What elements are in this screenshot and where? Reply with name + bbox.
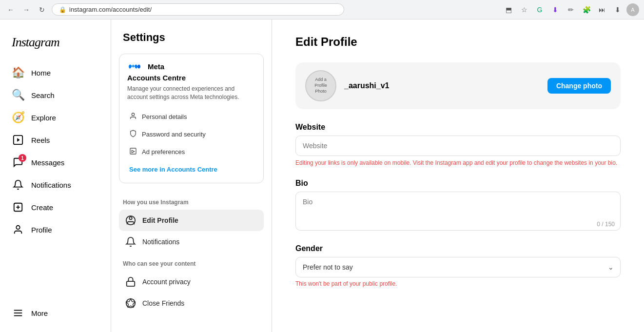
sidebar: Instagram 🏠 Home 🔍 Search 🧭 Explore Reel…	[0, 20, 111, 332]
website-section: Website Editing your links is only avail…	[295, 123, 621, 167]
svg-point-12	[129, 216, 132, 219]
sidebar-item-reels[interactable]: Reels	[6, 129, 105, 151]
browser-actions: ⬒ ☆ G ⬇ ✏ 🧩 ⏭ ⬇ A	[502, 3, 639, 17]
see-more-link[interactable]: See more in Accounts Centre	[127, 164, 255, 175]
instagram-logo: Instagram	[6, 27, 105, 61]
change-photo-button[interactable]: Change photo	[547, 78, 611, 94]
svg-point-5	[16, 226, 20, 229]
main-content: Edit Profile Add a Profile Photo _aarush…	[272, 20, 644, 332]
sidebar-label-messages: Messages	[31, 158, 64, 167]
bio-wrapper: 0 / 150	[295, 192, 621, 233]
meta-logo-icon	[127, 62, 145, 71]
bio-label: Bio	[295, 179, 621, 188]
app-layout: Instagram 🏠 Home 🔍 Search 🧭 Explore Reel…	[0, 20, 644, 332]
sidebar-item-messages[interactable]: Messages 1	[6, 151, 105, 174]
svg-rect-13	[127, 281, 135, 286]
sidebar-item-more[interactable]: More	[6, 302, 105, 324]
settings-nav-notifications[interactable]: Notifications	[119, 231, 264, 253]
gender-section: Gender Prefer not to say Male Female Cus…	[295, 244, 621, 287]
accounts-centre-link-ads[interactable]: Ad preferences	[127, 143, 255, 161]
page-title: Edit Profile	[295, 35, 621, 49]
password-security-icon	[129, 130, 137, 139]
home-icon: 🏠	[12, 66, 24, 79]
svg-point-9	[132, 113, 134, 116]
browser-chrome: ← → ↻ 🔒 instagram.com/accounts/edit/ ⬒ ☆…	[0, 0, 644, 20]
settings-nav-account-privacy[interactable]: Account privacy	[119, 271, 264, 293]
website-hint: Editing your links is only available on …	[295, 159, 621, 167]
how-you-use-section: How you use Instagram	[119, 195, 264, 210]
extension-purple[interactable]: ⬇	[548, 3, 562, 17]
sidebar-item-home[interactable]: 🏠 Home	[6, 61, 105, 84]
url-text: instagram.com/accounts/edit/	[69, 6, 152, 13]
sidebar-item-search[interactable]: 🔍 Search	[6, 84, 105, 106]
sidebar-label-create: Create	[31, 203, 53, 212]
sidebar-label-more: More	[31, 309, 48, 317]
bookmark-button[interactable]: ☆	[517, 3, 531, 17]
sidebar-item-notifications[interactable]: Notifications	[6, 174, 105, 196]
reels-icon	[12, 134, 24, 146]
personal-details-label: Personal details	[142, 113, 187, 120]
sidebar-item-profile[interactable]: Profile	[6, 218, 105, 241]
search-icon: 🔍	[12, 89, 24, 101]
settings-nav-edit-profile[interactable]: Edit Profile	[119, 210, 264, 231]
gender-hint: This won't be part of your public profil…	[295, 280, 621, 287]
sidebar-label-explore: Explore	[31, 114, 56, 122]
website-label: Website	[295, 123, 621, 132]
user-avatar[interactable]: A	[626, 3, 639, 16]
media-controls[interactable]: ⏭	[595, 3, 609, 17]
edit-profile-icon	[125, 215, 137, 226]
add-photo-text: Add a Profile Photo	[314, 77, 327, 94]
extension-pen[interactable]: ✏	[564, 3, 578, 17]
accounts-centre-title: Accounts Centre	[127, 74, 255, 82]
svg-marker-1	[17, 138, 20, 141]
sidebar-label-search: Search	[31, 91, 55, 99]
profile-icon	[12, 223, 24, 236]
bio-textarea[interactable]	[295, 192, 621, 231]
create-icon	[12, 201, 24, 214]
account-privacy-icon	[125, 276, 137, 288]
gender-select[interactable]: Prefer not to say Male Female Custom	[295, 257, 621, 277]
notifications-settings-icon	[125, 236, 137, 248]
sidebar-item-create[interactable]: Create	[6, 196, 105, 218]
lock-icon: 🔒	[59, 6, 66, 13]
forward-button[interactable]: →	[20, 4, 32, 16]
settings-title: Settings	[119, 31, 264, 44]
gender-select-wrapper: Prefer not to say Male Female Custom ⌄	[295, 257, 621, 277]
sidebar-label-profile: Profile	[31, 226, 52, 234]
meta-logo-text: Meta	[148, 62, 164, 71]
ad-preferences-label: Ad preferences	[142, 148, 185, 156]
sidebar-label-notifications: Notifications	[31, 181, 71, 189]
personal-details-icon	[129, 112, 137, 122]
extension-puzzle[interactable]: 🧩	[580, 3, 593, 17]
accounts-centre-link-personal[interactable]: Personal details	[127, 108, 255, 126]
password-security-label: Password and security	[142, 131, 206, 138]
notifications-icon	[12, 178, 24, 191]
reload-button[interactable]: ↻	[36, 4, 48, 16]
more-icon	[12, 307, 24, 319]
website-input[interactable]	[295, 136, 621, 156]
accounts-centre-desc: Manage your connected experiences and ac…	[127, 85, 255, 101]
download-button[interactable]: ⬇	[611, 3, 624, 17]
sidebar-label-reels: Reels	[31, 136, 50, 144]
sidebar-item-explore[interactable]: 🧭 Explore	[6, 106, 105, 129]
account-privacy-label: Account privacy	[142, 278, 191, 286]
explore-icon: 🧭	[12, 111, 24, 124]
meta-logo: Meta	[127, 62, 255, 71]
close-friends-icon	[125, 297, 137, 309]
address-bar[interactable]: 🔒 instagram.com/accounts/edit/	[52, 3, 344, 16]
edit-profile-nav-label: Edit Profile	[142, 216, 178, 224]
profile-photo-placeholder: Add a Profile Photo	[305, 70, 336, 101]
screen-share-button[interactable]: ⬒	[502, 3, 515, 17]
profile-photo-row: Add a Profile Photo _aarushi_v1 Change p…	[295, 62, 621, 109]
accounts-centre-link-password[interactable]: Password and security	[127, 126, 255, 143]
sidebar-label-home: Home	[31, 69, 51, 77]
settings-nav-close-friends[interactable]: Close Friends	[119, 293, 264, 314]
bio-counter: 0 / 150	[597, 221, 615, 228]
extension-grammarly[interactable]: G	[533, 3, 546, 17]
profile-username: _aarushi_v1	[344, 81, 540, 90]
accounts-centre-card: Meta Accounts Centre Manage your connect…	[119, 54, 264, 183]
bio-section: Bio 0 / 150	[295, 179, 621, 233]
messages-badge: 1	[19, 154, 26, 162]
close-friends-label: Close Friends	[142, 299, 184, 307]
back-button[interactable]: ←	[5, 4, 17, 16]
